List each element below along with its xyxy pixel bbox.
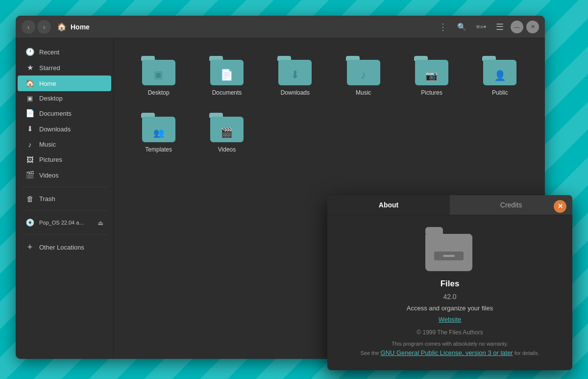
starred-icon: ★ xyxy=(25,63,34,72)
sidebar-label-documents: Documents xyxy=(39,110,72,117)
sidebar-label-starred: Starred xyxy=(39,64,60,72)
sidebar-label-home: Home xyxy=(39,80,56,87)
sidebar-divider-3 xyxy=(22,234,107,235)
folder-music[interactable]: ♪ Music xyxy=(330,50,396,102)
files-app-logo xyxy=(425,227,474,271)
list-view-button[interactable]: ☰ xyxy=(493,20,507,34)
titlebar: ‹ › 🏠 Home ⋮ 🔍 ≡= ▾ ☰ — ✕ xyxy=(16,16,545,38)
sidebar-label-downloads: Downloads xyxy=(39,126,71,133)
sidebar-item-trash[interactable]: 🗑 Trash xyxy=(18,191,111,206)
sidebar-label-desktop: Desktop xyxy=(39,95,63,102)
list-icon: ☰ xyxy=(496,22,504,32)
folder-templates-label: Templates xyxy=(145,146,172,153)
folder-documents[interactable]: 📄 Documents xyxy=(194,50,260,102)
close-button[interactable]: ✕ xyxy=(526,21,539,33)
app-description: Access and organize your files xyxy=(407,304,493,312)
forward-button[interactable]: › xyxy=(37,20,51,34)
sidebar-item-videos[interactable]: 🎬 Videos xyxy=(18,167,111,183)
sidebar-divider-2 xyxy=(22,210,107,211)
about-close-button[interactable]: ✕ xyxy=(554,200,566,213)
sidebar-label-trash: Trash xyxy=(39,195,55,202)
back-button[interactable]: ‹ xyxy=(22,20,35,34)
view-arrow-icon: ▾ xyxy=(484,24,486,29)
folder-desktop[interactable]: ▣ Desktop xyxy=(125,50,192,102)
desktop-icon: ▣ xyxy=(25,95,34,102)
path-label: Home xyxy=(71,23,90,31)
folder-downloads[interactable]: ⬇ Downloads xyxy=(262,50,328,102)
sidebar-label-music: Music xyxy=(39,141,56,148)
titlebar-actions: ⋮ 🔍 ≡= ▾ ☰ xyxy=(436,20,507,34)
menu-button[interactable]: ⋮ xyxy=(436,20,450,34)
view-icon: ≡= xyxy=(476,23,484,30)
folder-public-label: Public xyxy=(492,89,508,96)
license-line3: for details. xyxy=(513,350,539,356)
sidebar-label-pictures: Pictures xyxy=(39,156,62,163)
view-toggle-button[interactable]: ≡= ▾ xyxy=(473,21,489,32)
sidebar-item-home[interactable]: 🏠 Home xyxy=(18,76,111,91)
downloads-folder-icon: ⬇ xyxy=(277,56,313,85)
templates-folder-icon: 👥 xyxy=(141,113,176,142)
sidebar: 🕐 Recent ★ Starred 🏠 Home ▣ Desktop 📄 Do… xyxy=(16,38,114,359)
about-body: Files 42.0 Access and organize your file… xyxy=(327,215,572,370)
search-icon: 🔍 xyxy=(457,23,466,31)
sidebar-label-other: Other Locations xyxy=(39,244,84,251)
sidebar-item-documents[interactable]: 📄 Documents xyxy=(18,105,111,121)
folder-documents-label: Documents xyxy=(212,89,242,96)
path-bar[interactable]: 🏠 Home xyxy=(51,22,436,31)
pictures-icon: 🖼 xyxy=(25,155,34,164)
folder-videos-label: Videos xyxy=(218,146,236,153)
license-line2: See the xyxy=(360,350,380,356)
sidebar-divider xyxy=(22,187,107,187)
folder-videos[interactable]: 🎬 Videos xyxy=(194,107,260,159)
nav-buttons: ‹ › xyxy=(22,20,51,34)
folder-music-label: Music xyxy=(356,89,371,96)
about-titlebar: About Credits ✕ xyxy=(327,195,572,215)
drawer-handle xyxy=(443,255,455,257)
sidebar-item-music[interactable]: ♪ Music xyxy=(18,137,111,152)
downloads-icon: ⬇ xyxy=(25,125,34,133)
folder-desktop-label: Desktop xyxy=(148,89,170,96)
folder-pictures-label: Pictures xyxy=(421,89,442,96)
videos-folder-icon: 🎬 xyxy=(209,113,245,142)
sidebar-item-other[interactable]: + Other Locations xyxy=(18,239,111,256)
search-button[interactable]: 🔍 xyxy=(454,21,469,33)
trash-icon: 🗑 xyxy=(25,195,34,203)
copyright-text: © 1999 The Files Authors xyxy=(416,329,483,336)
app-version: 42.0 xyxy=(443,293,456,301)
pictures-folder-icon: 📷 xyxy=(414,56,449,85)
sidebar-label-popos: Pop_OS 22.04 a… xyxy=(39,220,84,226)
music-folder-icon: ♪ xyxy=(346,56,381,85)
public-folder-icon: 👤 xyxy=(482,56,517,85)
folder-downloads-label: Downloads xyxy=(281,89,310,96)
documents-folder-icon: 📄 xyxy=(209,56,245,85)
sidebar-item-desktop[interactable]: ▣ Desktop xyxy=(18,91,111,105)
sidebar-label-recent: Recent xyxy=(39,49,59,56)
sidebar-label-videos: Videos xyxy=(39,172,59,179)
website-link[interactable]: Website xyxy=(439,316,462,323)
folder-public[interactable]: 👤 Public xyxy=(467,50,533,102)
sidebar-item-pictures[interactable]: 🖼 Pictures xyxy=(18,152,111,167)
about-tab[interactable]: About xyxy=(327,195,450,215)
gpl-link[interactable]: GNU General Public License, version 3 or… xyxy=(380,349,513,356)
eject-icon[interactable]: ⏏ xyxy=(98,219,103,227)
sidebar-item-downloads[interactable]: ⬇ Downloads xyxy=(18,121,111,137)
sidebar-item-starred[interactable]: ★ Starred xyxy=(18,60,111,76)
videos-icon: 🎬 xyxy=(25,171,34,179)
music-icon: ♪ xyxy=(25,140,34,149)
about-dialog: About Credits ✕ Files 42.0 Access and or… xyxy=(327,195,572,370)
sidebar-item-popos[interactable]: 💿 Pop_OS 22.04 a… ⏏ xyxy=(18,215,111,230)
license-line1: This program comes with absolutely no wa… xyxy=(392,341,508,347)
documents-icon: 📄 xyxy=(25,109,34,118)
other-icon: + xyxy=(25,242,34,253)
home-path-icon: 🏠 xyxy=(57,22,67,31)
recent-icon: 🕐 xyxy=(25,48,34,56)
license-text: This program comes with absolutely no wa… xyxy=(360,340,539,358)
folder-pictures[interactable]: 📷 Pictures xyxy=(398,50,465,102)
desktop-folder-icon: ▣ xyxy=(141,56,176,85)
window-controls: — ✕ xyxy=(511,21,539,33)
minimize-button[interactable]: — xyxy=(511,21,523,33)
sidebar-item-recent[interactable]: 🕐 Recent xyxy=(18,44,111,60)
folder-templates[interactable]: 👥 Templates xyxy=(125,107,192,159)
popos-icon: 💿 xyxy=(25,218,34,227)
app-name: Files xyxy=(441,279,460,289)
